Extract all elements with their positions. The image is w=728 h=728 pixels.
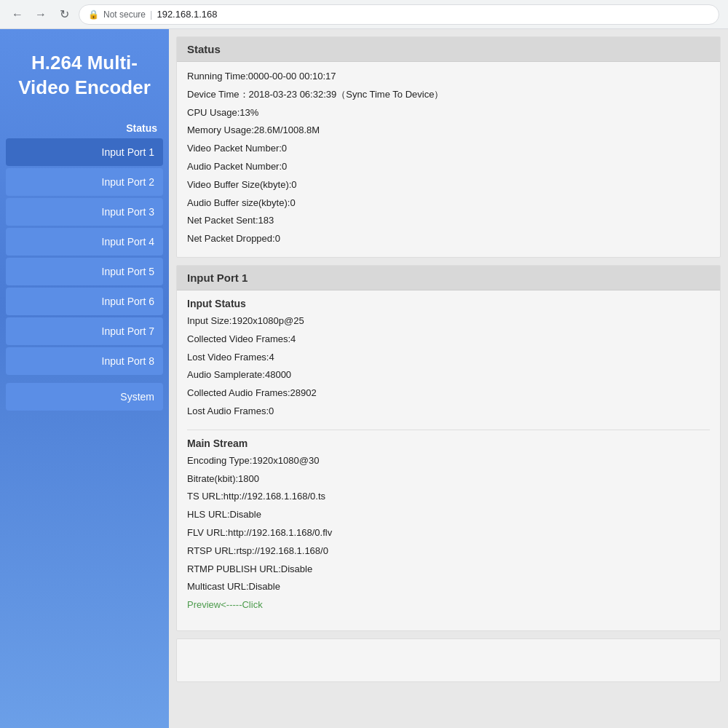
input-port1-card: Input Port 1 Input Status Input Size:192… (176, 265, 721, 631)
lost-video-frames: Lost Video Frames:4 (187, 350, 710, 365)
lost-audio-frames: Lost Audio Frames:0 (187, 404, 710, 419)
main-layout: H.264 Multi-Video Encoder Status Input P… (0, 29, 728, 728)
separator: | (150, 9, 152, 20)
back-button[interactable]: ← (9, 6, 26, 23)
input-status-section: Input Status Input Size:1920x1080p@25 Co… (187, 298, 710, 430)
browser-chrome: ← → ↻ 🔒 Not secure | 192.168.1.168 (0, 0, 728, 29)
sidebar-item-input-port-8[interactable]: Input Port 8 (6, 347, 163, 375)
audio-samplerate: Audio Samplerate:48000 (187, 368, 710, 383)
main-stream-title: Main Stream (187, 438, 710, 449)
sidebar-item-input-port-1[interactable]: Input Port 1 (6, 138, 163, 166)
rtmp-url: RTMP PUBLISH URL:Disable (187, 562, 710, 577)
preview-link[interactable]: Preview<-----Click (187, 599, 263, 610)
audio-packet: Audio Packet Number:0 (187, 159, 710, 175)
bitrate: Bitrate(kbit):1800 (187, 472, 710, 487)
content-area: Status Running Time:0000-00-00 00:10:17 … (169, 29, 728, 728)
rtsp-url: RTSP URL:rtsp://192.168.1.168/0 (187, 544, 710, 559)
multicast-url: Multicast URL:Disable (187, 579, 710, 595)
running-time: Running Time:0000-00-00 00:10:17 (187, 69, 710, 84)
flv-url: FLV URL:http://192.168.1.168/0.flv (187, 526, 710, 541)
ts-url: TS URL:http://192.168.1.168/0.ts (187, 489, 710, 505)
not-secure-label: Not secure (103, 9, 146, 20)
input-size: Input Size:1920x1080p@25 (187, 314, 710, 329)
video-packet: Video Packet Number:0 (187, 141, 710, 157)
video-buffer: Video Buffer Size(kbyte):0 (187, 178, 710, 193)
reload-button[interactable]: ↻ (55, 6, 73, 23)
address-bar[interactable]: 🔒 Not secure | 192.168.1.168 (79, 4, 719, 25)
collected-video-frames: Collected Video Frames:4 (187, 332, 710, 347)
memory-usage: Memory Usage:28.6M/1008.8M (187, 123, 710, 138)
cpu-usage: CPU Usage:13% (187, 106, 710, 121)
url-text: 192.168.1.168 (157, 9, 217, 20)
sidebar-item-input-port-2[interactable]: Input Port 2 (6, 168, 163, 196)
sidebar-item-system[interactable]: System (6, 383, 163, 411)
device-time: Device Time：2018-03-23 06:32:39（Sync Tim… (187, 87, 710, 103)
forward-button[interactable]: → (32, 6, 50, 23)
input-status-title: Input Status (187, 298, 710, 309)
input-port1-body: Input Status Input Size:1920x1080p@25 Co… (177, 290, 720, 630)
bottom-placeholder-card (176, 638, 721, 682)
input-port1-header: Input Port 1 (177, 266, 720, 290)
status-card: Status Running Time:0000-00-00 00:10:17 … (176, 36, 721, 258)
hls-url: HLS URL:Disable (187, 507, 710, 523)
sidebar-item-input-port-7[interactable]: Input Port 7 (6, 317, 163, 345)
sidebar-item-input-port-4[interactable]: Input Port 4 (6, 228, 163, 256)
audio-buffer: Audio Buffer size(kbyte):0 (187, 196, 710, 211)
sidebar-item-input-port-5[interactable]: Input Port 5 (6, 258, 163, 285)
status-card-body: Running Time:0000-00-00 00:10:17 Device … (177, 62, 720, 257)
app-title: H.264 Multi-Video Encoder (0, 44, 169, 122)
sidebar-item-input-port-6[interactable]: Input Port 6 (6, 288, 163, 315)
net-sent: Net Packet Sent:183 (187, 213, 710, 229)
status-card-header: Status (177, 37, 720, 62)
main-stream-section: Main Stream Encoding Type:1920x1080@30 B… (187, 438, 710, 623)
encoding-type: Encoding Type:1920x1080@30 (187, 454, 710, 469)
lock-icon: 🔒 (88, 9, 99, 20)
net-dropped: Net Packet Dropped:0 (187, 232, 710, 247)
sidebar-item-input-port-3[interactable]: Input Port 3 (6, 198, 163, 226)
collected-audio-frames: Collected Audio Frames:28902 (187, 386, 710, 401)
sidebar: H.264 Multi-Video Encoder Status Input P… (0, 29, 169, 728)
status-section-label: Status (0, 122, 169, 134)
